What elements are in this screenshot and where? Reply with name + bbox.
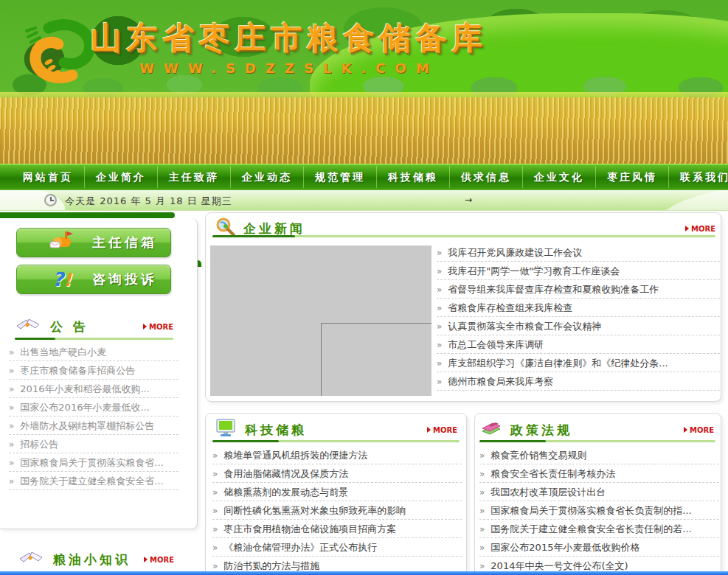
double-arrow-bullet: » <box>9 384 14 394</box>
tech-list: »粮堆单管通风机组拆装的便捷方法»食用油脂储藏情况及保质方法»储粮熏蒸剂的发展动… <box>212 446 462 575</box>
section-underline <box>15 338 173 340</box>
notice-link[interactable]: 国务院关于建立健全粮食安全省... <box>20 475 163 487</box>
news-link[interactable]: 省粮食库存检查组来我库检查 <box>448 302 572 313</box>
news-link[interactable]: 德州市粮食局来我库考察 <box>448 376 553 387</box>
tech-list-item[interactable]: »粮堆单管通风机组拆装的便捷方法 <box>212 446 462 464</box>
notice-list: »出售当地产硬白小麦»枣庄市粮食储备库招商公告»2016年小麦和稻谷最低收购..… <box>9 343 178 490</box>
notice-title: 公 告 <box>50 318 89 335</box>
news-list-item[interactable]: »库支部组织学习《廉洁自律准则》和《纪律处分条... <box>437 354 720 372</box>
nav-item[interactable]: 企业简介 <box>84 166 157 188</box>
nav-item[interactable]: 枣庄风情 <box>595 166 668 188</box>
nav-item[interactable]: 联系我们 <box>668 166 728 188</box>
tech-link[interactable]: 《粮油仓储管理办法》正式公布执行 <box>223 542 377 553</box>
news-list-item[interactable]: »我库召开"两学一做"学习教育工作座谈会 <box>437 262 720 280</box>
policy-more-link[interactable]: MORE <box>684 426 714 434</box>
director-mailbox-button[interactable]: 主任信箱 <box>16 228 171 257</box>
tech-list-item[interactable]: »食用油脂储藏情况及保质方法 <box>212 464 462 483</box>
tech-list-item[interactable]: »《粮油仓储管理办法》正式公布执行 <box>212 538 462 557</box>
tech-list-item[interactable]: »枣庄市食用植物油仓储设施项目招商方案 <box>212 520 462 538</box>
news-link[interactable]: 省督导组来我库督查库存检查和夏粮收购准备工作 <box>448 284 659 295</box>
marquee-arrow-icon: → <box>465 195 472 205</box>
tech-link[interactable]: 储粮熏蒸剂的发展动态与前景 <box>223 487 348 498</box>
policy-link[interactable]: 2014年中央一号文件公布(全文) <box>490 560 628 571</box>
policy-list-item[interactable]: »国家粮食局关于贯彻落实粮食省长负责制的指... <box>479 501 719 520</box>
knowledge-section-header: 粮油小知识 MORE <box>18 548 174 571</box>
policy-link[interactable]: 国务院关于建立健全粮食安全省长责任制的若... <box>490 523 691 534</box>
notice-list-item[interactable]: »国家粮食局关于贯彻落实粮食省... <box>9 453 178 472</box>
policy-list-item[interactable]: »国务院关于建立健全粮食安全省长责任制的若... <box>479 520 719 538</box>
tech-link[interactable]: 防治书虱的方法与措施 <box>223 560 319 571</box>
site-title: 山东省枣庄市粮食储备库 <box>83 18 496 59</box>
news-list-item[interactable]: »我库召开党风廉政建设工作会议 <box>437 243 720 262</box>
notice-link[interactable]: 招标公告 <box>20 439 58 450</box>
tech-link[interactable]: 间断性磷化氢熏蒸对米象虫卵致死率的影响 <box>223 505 406 516</box>
double-arrow-bullet: » <box>437 340 442 350</box>
double-arrow-bullet: » <box>479 561 485 571</box>
tech-list-item[interactable]: »储粮熏蒸剂的发展动态与前景 <box>212 483 462 501</box>
policy-link[interactable]: 我国农村改革顶层设计出台 <box>490 487 606 498</box>
news-link[interactable]: 认真贯彻落实全市粮食工作会议精神 <box>448 321 601 332</box>
double-arrow-bullet: » <box>437 266 442 276</box>
notice-list-item[interactable]: »外墙防水及钢结构罩棚招标公告 <box>9 417 178 435</box>
open-book-icon <box>15 316 41 338</box>
nav-item[interactable]: 企业动态 <box>230 166 303 188</box>
nav-item[interactable]: 供求信息 <box>449 166 522 188</box>
double-arrow-bullet: » <box>479 524 485 534</box>
nav-item[interactable]: 网站首页 <box>12 166 84 188</box>
news-list-item[interactable]: »省粮食库存检查组来我库检查 <box>437 299 720 317</box>
policy-list-item[interactable]: »国家公布2015年小麦最低收购价格 <box>479 538 719 557</box>
notice-list-item[interactable]: »招标公告 <box>9 435 178 453</box>
tech-list-item[interactable]: »间断性磷化氢熏蒸对米象虫卵致死率的影响 <box>212 501 462 520</box>
policy-link[interactable]: 国家公布2015年小麦最低收购价格 <box>490 542 639 553</box>
notice-link[interactable]: 2016年小麦和稻谷最低收购... <box>20 383 149 394</box>
policy-list-item[interactable]: »粮食竞价销售交易规则 <box>479 446 719 464</box>
notice-more-link[interactable]: MORE <box>143 323 173 331</box>
tech-section-header: 科技储粮 MORE <box>214 418 457 442</box>
notice-list-item[interactable]: »出售当地产硬白小麦 <box>9 343 178 361</box>
notice-list-item[interactable]: »枣庄市粮食储备库招商公告 <box>9 361 178 380</box>
notice-link[interactable]: 出售当地产硬白小麦 <box>20 346 106 358</box>
news-list-item[interactable]: »德州市粮食局来我库考察 <box>437 372 720 391</box>
sidebar-top-decoration <box>0 212 175 218</box>
policy-list-item[interactable]: »粮食安全省长责任制考核办法 <box>479 464 719 483</box>
date-bar: 今天是 2016 年 5 月 18 日 星期三 → <box>0 190 728 211</box>
news-link[interactable]: 我库召开党风廉政建设工作会议 <box>448 247 582 258</box>
more-arrow-icon <box>144 557 148 562</box>
notice-link[interactable]: 国家公布2016年小麦最低收... <box>20 402 149 413</box>
news-link[interactable]: 我库召开"两学一做"学习教育工作座谈会 <box>448 265 620 276</box>
more-arrow-icon <box>684 427 687 433</box>
nav-item[interactable]: 企业文化 <box>522 166 595 188</box>
tech-link[interactable]: 粮堆单管通风机组拆装的便捷方法 <box>223 450 367 461</box>
nav-item[interactable]: 科技储粮 <box>376 166 449 188</box>
news-more-link[interactable]: MORE <box>685 225 715 233</box>
tech-link[interactable]: 枣庄市食用植物油仓储设施项目招商方案 <box>223 523 396 534</box>
policy-list-item[interactable]: »我国农村改革顶层设计出台 <box>479 483 719 501</box>
tech-link[interactable]: 食用油脂储藏情况及保质方法 <box>223 468 348 479</box>
notice-list-item[interactable]: »2016年小麦和稻谷最低收购... <box>9 380 178 398</box>
notice-link[interactable]: 外墙防水及钢结构罩棚招标公告 <box>20 420 154 431</box>
more-arrow-icon <box>427 427 431 433</box>
notice-link[interactable]: 枣庄市粮食储备库招商公告 <box>20 365 135 376</box>
policy-link[interactable]: 粮食竞价销售交易规则 <box>490 450 586 461</box>
double-arrow-bullet: » <box>479 487 485 498</box>
knowledge-more-link[interactable]: MORE <box>144 556 174 564</box>
news-list-item[interactable]: »认真贯彻落实全市粮食工作会议精神 <box>437 317 720 335</box>
double-arrow-bullet: » <box>212 450 218 461</box>
policy-link[interactable]: 国家粮食局关于贯彻落实粮食省长负责制的指... <box>490 505 691 516</box>
section-underline <box>212 440 460 442</box>
more-arrow-icon <box>143 324 147 330</box>
notice-list-item[interactable]: »国家公布2016年小麦最低收... <box>9 398 178 417</box>
news-list-item[interactable]: »市总工会领导来库调研 <box>437 335 720 354</box>
news-list-item[interactable]: »省督导组来我库督查库存检查和夏粮收购准备工作 <box>437 280 720 299</box>
nav-item[interactable]: 主任致辞 <box>157 166 230 188</box>
news-link[interactable]: 市总工会领导来库调研 <box>448 339 544 350</box>
double-arrow-bullet: » <box>9 439 14 450</box>
nav-item[interactable]: 规范管理 <box>303 166 376 188</box>
news-link[interactable]: 库支部组织学习《廉洁自律准则》和《纪律处分条... <box>448 358 668 369</box>
tech-more-link[interactable]: MORE <box>427 426 457 434</box>
notice-list-item[interactable]: »国务院关于建立健全粮食安全省... <box>9 472 178 490</box>
placeholder-line <box>321 323 322 396</box>
notice-link[interactable]: 国家粮食局关于贯彻落实粮食省... <box>20 457 163 468</box>
policy-link[interactable]: 粮食安全省长责任制考核办法 <box>490 468 615 479</box>
consult-complaint-button[interactable]: ?! 咨询投诉 <box>16 265 171 294</box>
